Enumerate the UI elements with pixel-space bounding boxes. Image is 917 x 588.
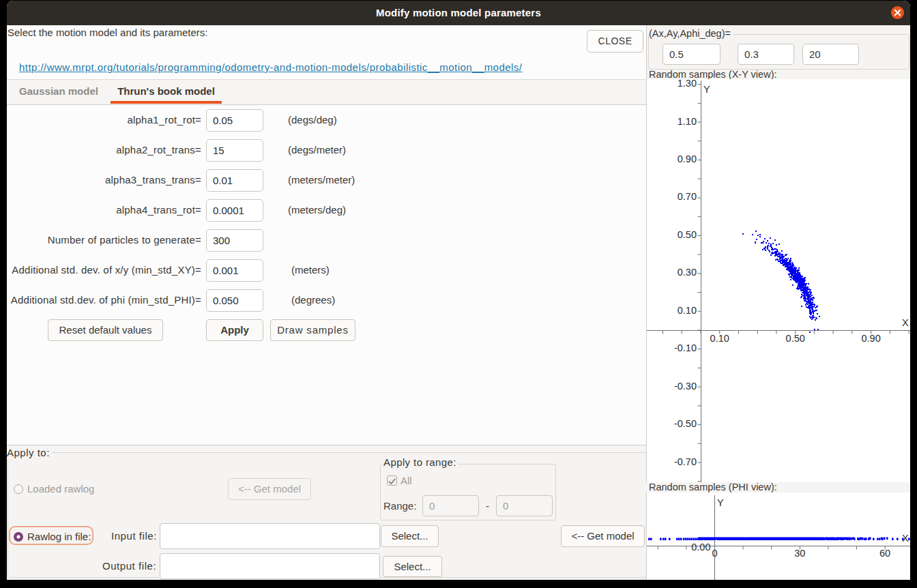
svg-text:1.10: 1.10 — [678, 116, 697, 127]
svg-text:0.10: 0.10 — [678, 305, 697, 316]
svg-text:0.00: 0.00 — [691, 542, 710, 553]
svg-text:-0.70: -0.70 — [674, 456, 697, 467]
svg-text:0.90: 0.90 — [861, 333, 880, 344]
svg-text:0.50: 0.50 — [786, 333, 805, 344]
svg-text:X: X — [902, 317, 909, 328]
svg-text:1.30: 1.30 — [678, 79, 697, 89]
svg-text:0.90: 0.90 — [678, 153, 697, 164]
svg-text:0.10: 0.10 — [710, 333, 729, 344]
svg-text:0: 0 — [712, 548, 717, 559]
svg-text:-0.30: -0.30 — [674, 381, 697, 392]
svg-text:60: 60 — [879, 548, 890, 559]
svg-text:Y: Y — [717, 497, 724, 508]
svg-text:0.70: 0.70 — [678, 191, 697, 202]
svg-text:30: 30 — [794, 548, 805, 559]
svg-text:-0.10: -0.10 — [674, 342, 697, 353]
svg-text:-0.50: -0.50 — [674, 418, 697, 429]
svg-text:0.50: 0.50 — [678, 229, 697, 240]
svg-text:Y: Y — [703, 84, 710, 95]
svg-text:0.30: 0.30 — [678, 267, 697, 278]
